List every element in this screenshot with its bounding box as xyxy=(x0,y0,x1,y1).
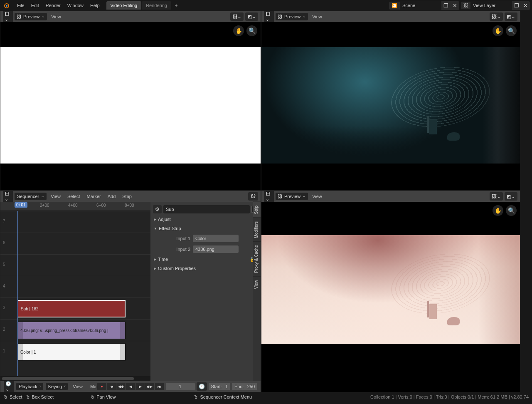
current-frame-field[interactable]: 1 xyxy=(166,383,195,390)
status-stats: Collection 1 | Verts:0 | Faces:0 | Tris:… xyxy=(370,394,529,399)
transport-controls: ● ⏮ ◀◆ ◀ ▶ ◆▶ ⏭ xyxy=(97,383,164,390)
channels-icon[interactable]: 🖼⌄ xyxy=(230,12,244,21)
input1-field[interactable]: Color xyxy=(193,235,239,242)
overlays-icon[interactable]: ◩⌄ xyxy=(505,192,517,201)
svg-point-1 xyxy=(6,5,7,7)
zoom-icon[interactable]: 🔍 xyxy=(506,25,517,36)
panel-time[interactable]: ▶Time🔓 xyxy=(153,255,258,263)
jump-end-button[interactable]: ⏭ xyxy=(155,383,164,390)
strip-name-field[interactable]: Sub xyxy=(163,205,250,213)
header-view-menu[interactable]: View xyxy=(310,12,325,21)
preview-frame-scene-inverted xyxy=(261,235,520,344)
image-icon: 🖼 xyxy=(278,194,283,199)
mouse-right-icon: 🖱 xyxy=(194,394,198,399)
preview-viewport[interactable]: ✋ 🔍 xyxy=(261,22,520,190)
panel-effect-strip[interactable]: ▼Effect Strip xyxy=(153,224,258,233)
auto-key-button[interactable]: ● xyxy=(97,383,106,390)
viewlayer-field[interactable]: 🖼 View Layer ❐ ✕ xyxy=(461,1,530,10)
menu-render[interactable]: Render xyxy=(42,1,64,10)
keying-dropdown[interactable]: Keying xyxy=(46,383,68,390)
workspace-tab-add[interactable]: + xyxy=(172,1,181,10)
header-view-menu[interactable]: View xyxy=(49,12,64,21)
viewlayer-new-button[interactable]: ❐ xyxy=(512,1,521,10)
side-tab-proxy[interactable]: Proxy & Cache xyxy=(253,241,261,276)
play-reverse-button[interactable]: ◀ xyxy=(126,383,135,390)
header-view-menu[interactable]: View xyxy=(310,192,325,201)
editor-type-icon[interactable]: 🎞⌄ xyxy=(3,11,13,23)
panel-custom-props[interactable]: ▶Custom Properties xyxy=(153,264,258,273)
tracks[interactable]: 7 6 5 4 3 Sub | 182 2 4336.png: //..\spr… xyxy=(0,211,150,376)
display-mode-sequencer[interactable]: Sequencer xyxy=(15,193,47,200)
panel-adjust[interactable]: ▶Adjust xyxy=(153,215,258,223)
timeline[interactable]: 0+01 2+00 4+00 6+00 8+00 7 6 5 4 3 Sub |… xyxy=(0,202,150,381)
scene-new-button[interactable]: ❐ xyxy=(441,1,451,10)
seq-strip-menu[interactable]: Strip xyxy=(120,192,134,201)
channels-icon[interactable]: 🖼⌄ xyxy=(490,12,503,21)
menu-help[interactable]: Help xyxy=(87,1,103,10)
seq-select-menu[interactable]: Select xyxy=(65,192,83,201)
scene-browse-icon[interactable]: 🎦 xyxy=(389,2,400,10)
strip-color[interactable]: Color | 1 xyxy=(17,343,126,361)
preview-header: 🎞⌄ 🖼Preview View 🖼⌄ ◩⌄ xyxy=(261,11,520,22)
overlays-icon[interactable]: ◩⌄ xyxy=(505,12,517,21)
zoom-icon[interactable]: 🔍 xyxy=(246,25,257,36)
keyframe-prev-button[interactable]: ◀◆ xyxy=(116,383,126,390)
horizontal-scrollbar[interactable] xyxy=(0,376,150,381)
refresh-icon[interactable]: 🗘 xyxy=(248,192,258,201)
playback-dropdown[interactable]: Playback xyxy=(16,383,43,390)
pan-icon[interactable]: ✋ xyxy=(233,25,244,36)
workspace-tab-video-editing[interactable]: Video Editing xyxy=(106,1,142,10)
start-frame-field[interactable]: Start:1 xyxy=(209,383,230,390)
play-button[interactable]: ▶ xyxy=(135,383,145,390)
editor-type-icon[interactable]: 🎞⌄ xyxy=(264,11,274,23)
workspace-tab-rendering[interactable]: Rendering xyxy=(142,1,171,10)
channels-icon[interactable]: 🖼⌄ xyxy=(490,192,503,201)
pan-icon[interactable]: ✋ xyxy=(493,25,503,36)
preview-viewport[interactable]: ✋ 🔍 xyxy=(0,22,261,190)
playhead-line[interactable] xyxy=(17,211,18,376)
seq-view-menu[interactable]: View xyxy=(48,192,63,201)
preview-pane-top-left: 🎞⌄ 🖼Preview View 🖼⌄ ◩⌄ ✋ 🔍 xyxy=(0,11,261,191)
mouse-left-icon: 🖱 xyxy=(26,394,30,399)
input2-field[interactable]: 4336.png xyxy=(193,245,239,253)
side-tab-modifiers[interactable]: Modifiers xyxy=(253,218,261,242)
preview-frame-scene xyxy=(261,47,520,164)
viewlayer-name[interactable]: View Layer xyxy=(470,2,512,9)
scene-delete-button[interactable]: ✕ xyxy=(451,1,459,10)
viewlayer-browse-icon[interactable]: 🖼 xyxy=(461,2,470,9)
preview-viewport[interactable]: ✋ 🔍 xyxy=(261,202,520,392)
menu-file[interactable]: File xyxy=(14,1,28,10)
overlays-icon[interactable]: ◩⌄ xyxy=(245,12,258,21)
keyframe-next-button[interactable]: ◆▶ xyxy=(145,383,154,390)
playhead-label[interactable]: 0+01 xyxy=(15,202,27,208)
seq-marker-menu[interactable]: Marker xyxy=(84,192,103,201)
pan-icon[interactable]: ✋ xyxy=(493,205,503,216)
display-mode-dropdown[interactable]: 🖼Preview xyxy=(15,13,47,20)
editor-type-icon[interactable]: 🎞⌄ xyxy=(3,191,13,203)
frame-lock-icon[interactable]: 🕐 xyxy=(197,382,207,391)
strip-image[interactable]: 4336.png: //..\spring_presskit\frames\43… xyxy=(17,322,126,339)
display-mode-dropdown[interactable]: 🖼Preview xyxy=(276,193,308,200)
viewlayer-delete-button[interactable]: ✕ xyxy=(521,1,530,10)
status-box-select: 🖱Box Select xyxy=(26,394,54,399)
display-mode-dropdown[interactable]: 🖼Preview xyxy=(276,13,308,20)
end-frame-field[interactable]: End:250 xyxy=(232,383,257,390)
strip-sub[interactable]: Sub | 182 xyxy=(17,300,126,317)
sequencer-header: 🎞⌄ Sequencer View Select Marker Add Stri… xyxy=(0,191,261,202)
timeline-view-menu[interactable]: View xyxy=(70,382,85,391)
scene-name[interactable]: Scene xyxy=(400,2,441,9)
side-tab-view[interactable]: View xyxy=(253,276,261,292)
editor-type-icon[interactable]: 🕐⌄ xyxy=(4,380,14,392)
time-ruler[interactable]: 0+01 2+00 4+00 6+00 8+00 xyxy=(0,202,150,211)
sequencer-pane: 🎞⌄ Sequencer View Select Marker Add Stri… xyxy=(0,191,261,392)
editor-type-icon[interactable]: 🎞⌄ xyxy=(264,191,274,203)
side-tab-strip[interactable]: Strip xyxy=(253,202,261,218)
seq-add-menu[interactable]: Add xyxy=(105,192,118,201)
jump-start-button[interactable]: ⏮ xyxy=(107,383,116,390)
scene-field[interactable]: 🎦 Scene ❐ ✕ xyxy=(389,1,459,10)
zoom-icon[interactable]: 🔍 xyxy=(506,205,517,216)
menu-window[interactable]: Window xyxy=(64,1,87,10)
modifier-icon[interactable]: ⚙ xyxy=(153,205,162,213)
menu-edit[interactable]: Edit xyxy=(28,1,42,10)
sidebar-panel: ⚙ Sub ✔ ▶Adjust ▼Effect Strip Input 1 Co… xyxy=(150,202,261,381)
